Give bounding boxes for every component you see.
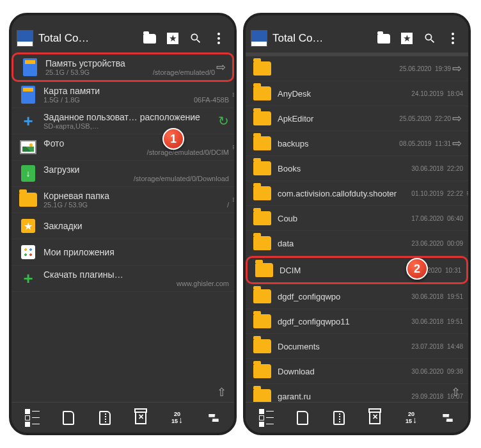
arrow-right-icon[interactable]: ⇨ bbox=[215, 60, 227, 74]
app-icon bbox=[251, 30, 267, 47]
row-meta: 30.06.2018 22:20 bbox=[404, 165, 463, 172]
reload-icon[interactable]: ↻ bbox=[218, 113, 229, 129]
delete-button[interactable]: ✕ bbox=[130, 407, 152, 429]
home-item[interactable]: + Заданное пользоват… расположениеSD-кар… bbox=[12, 108, 234, 134]
app-title: Total Co… bbox=[272, 32, 371, 45]
folder-icon bbox=[251, 158, 274, 179]
folder-icon bbox=[251, 286, 274, 307]
copy-button[interactable] bbox=[292, 407, 313, 429]
folder-item[interactable]: Documents 23.07.2018 14:48 bbox=[246, 334, 468, 359]
folder-item[interactable]: dgdf_configqwpo 30.06.2018 19:51 bbox=[246, 284, 468, 309]
row-label: Coub bbox=[278, 214, 404, 223]
new-folder-icon[interactable] bbox=[374, 28, 394, 49]
folder-icon bbox=[253, 260, 276, 280]
menu-icon[interactable] bbox=[443, 28, 463, 49]
search-icon[interactable] bbox=[420, 28, 440, 49]
arrow-right-icon[interactable]: ⇨ bbox=[451, 61, 463, 76]
panel-handle-icon[interactable]: ≡ bbox=[232, 195, 234, 204]
row-label: Documents bbox=[278, 342, 404, 351]
folder-icon bbox=[251, 336, 274, 356]
zip-button[interactable] bbox=[328, 407, 350, 429]
folder-icon bbox=[251, 311, 274, 332]
folder-item[interactable]: garant.ru 29.09.2018 16:07 bbox=[246, 384, 468, 402]
bottombar: ✕ 2015 bbox=[12, 402, 234, 433]
row-icon bbox=[17, 137, 40, 157]
row-meta: 08.05.2019 11:31 bbox=[392, 140, 451, 147]
app-title: Total Co… bbox=[38, 32, 137, 45]
row-label: Заданное пользоват… расположение bbox=[43, 112, 229, 122]
home-item[interactable]: Карта памяти1.5G / 1.8G06FA-458B≡ bbox=[12, 82, 234, 108]
row-meta: 24.10.2019 18:04 bbox=[404, 90, 463, 97]
row-meta: 17.06.2020 06:40 bbox=[404, 215, 463, 222]
panel-handle-icon[interactable]: ≡ bbox=[232, 90, 234, 99]
row-label: Фото bbox=[43, 138, 229, 148]
folder-icon bbox=[251, 83, 274, 104]
folder-icon bbox=[251, 361, 274, 381]
new-folder-icon[interactable] bbox=[139, 28, 160, 49]
delete-button[interactable]: ✕ bbox=[364, 407, 386, 429]
folder-item[interactable]: Books 30.06.2018 22:20 bbox=[246, 156, 468, 181]
row-meta: 30.06.2018 19:51 bbox=[404, 318, 463, 325]
row-meta: 25.05.2020 22:20 bbox=[392, 115, 451, 122]
home-item[interactable]: Память устройства25.1G / 53.9G/storage/e… bbox=[12, 52, 234, 82]
row-label: Загрузки bbox=[43, 164, 229, 175]
row-label: Мои приложения bbox=[43, 247, 229, 257]
row-label: DCIM bbox=[280, 266, 402, 275]
row-meta: 23.07.2018 14:48 bbox=[404, 343, 463, 350]
bookmark-icon[interactable]: ★ bbox=[162, 28, 183, 49]
bookmark-icon[interactable]: ★ bbox=[397, 28, 417, 49]
row-meta: 30.06.2020 09:38 bbox=[404, 368, 463, 375]
home-item[interactable]: Мои приложения bbox=[12, 239, 234, 266]
panel-handle-icon[interactable]: ≡ bbox=[466, 189, 468, 198]
select-button[interactable] bbox=[255, 407, 277, 429]
row-icon: + bbox=[17, 268, 40, 289]
folder-item[interactable]: Coub 17.06.2020 06:40 bbox=[246, 206, 468, 231]
folder-item[interactable]: DCIM 25.06.2020 10:312 bbox=[246, 256, 468, 284]
folder-item[interactable]: AnyDesk 24.10.2019 18:04 bbox=[246, 81, 468, 106]
row-icon: ↓ bbox=[17, 163, 40, 184]
statusbar bbox=[246, 15, 468, 24]
transfer-button[interactable] bbox=[437, 407, 459, 429]
folder-item[interactable]: ApkEditor 25.05.2020 22:20⇨ bbox=[246, 106, 468, 131]
row-label: dgdf_configqwpo11 bbox=[278, 317, 404, 326]
arrow-right-icon[interactable]: ⇨ bbox=[451, 136, 463, 150]
folder-item[interactable]: 25.06.2020 19:39⇨ bbox=[246, 56, 468, 81]
row-label: Download bbox=[278, 367, 404, 376]
folder-item[interactable]: data 23.06.2020 00:09 bbox=[246, 231, 468, 256]
topbar: Total Co… ★ bbox=[246, 24, 468, 52]
home-item[interactable]: Фото/storage/emulated/0/DCIM≡ bbox=[12, 134, 234, 161]
transfer-button[interactable] bbox=[203, 407, 225, 429]
bottombar: ✕ 2015 bbox=[246, 402, 468, 433]
home-item[interactable]: ↓ Загрузки/storage/emulated/0/Download bbox=[12, 161, 234, 187]
row-icon bbox=[17, 189, 40, 210]
sort-button[interactable]: 2015 bbox=[166, 407, 188, 429]
select-button[interactable] bbox=[21, 407, 43, 429]
arrow-right-icon[interactable]: ⇨ bbox=[451, 111, 463, 125]
scroll-up-icon[interactable]: ⇧ bbox=[217, 385, 226, 399]
row-label: garant.ru bbox=[278, 392, 404, 401]
home-item[interactable]: Корневая папка25.1G / 53.9G/≡ bbox=[12, 187, 234, 213]
copy-button[interactable] bbox=[58, 407, 79, 429]
search-icon[interactable] bbox=[185, 28, 206, 49]
row-label: backups bbox=[278, 139, 392, 148]
folder-item[interactable]: Download 30.06.2020 09:38 bbox=[246, 359, 468, 384]
home-item[interactable]: + Скачать плагины…www.ghisler.com bbox=[12, 266, 234, 292]
row-icon bbox=[17, 84, 40, 105]
row-label: dgdf_configqwpo bbox=[278, 292, 404, 301]
folder-icon bbox=[251, 108, 274, 129]
folder-item[interactable]: backups 08.05.2019 11:31⇨ bbox=[246, 131, 468, 156]
zip-button[interactable] bbox=[94, 407, 116, 429]
home-item[interactable]: ★ Закладки bbox=[12, 213, 234, 239]
row-label: Скачать плагины… bbox=[43, 269, 229, 280]
menu-icon[interactable] bbox=[209, 28, 229, 49]
app-icon bbox=[17, 30, 33, 47]
file-list: 25.06.2020 19:39⇨ AnyDesk 24.10.2019 18:… bbox=[246, 56, 468, 402]
sort-button[interactable]: 2015 bbox=[400, 407, 422, 429]
folder-item[interactable]: dgdf_configqwpo11 30.06.2018 19:51 bbox=[246, 309, 468, 334]
panel-handle-icon[interactable]: ≡ bbox=[232, 143, 234, 152]
phone-left: Total Co… ★ 1 Память устройства25.1G / 5… bbox=[9, 13, 237, 435]
scroll-up-icon[interactable]: ⇧ bbox=[451, 385, 461, 399]
folder-item[interactable]: com.activision.callofduty.shooter 01.10.… bbox=[246, 181, 468, 206]
home-list: 1 Память устройства25.1G / 53.9G/storage… bbox=[12, 52, 234, 402]
row-meta: 30.06.2018 19:51 bbox=[404, 293, 463, 300]
